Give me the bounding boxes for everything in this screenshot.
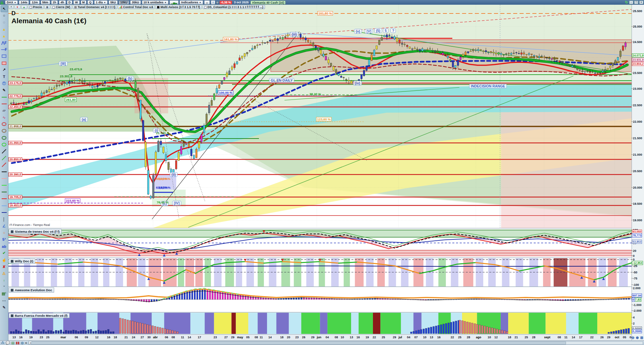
collapse-icon[interactable]: « bbox=[25, 341, 27, 345]
signature-tool[interactable]: ✎ bbox=[1, 304, 8, 311]
refresh-icon[interactable]: ↻ bbox=[625, 0, 628, 5]
checkbox[interactable] bbox=[30, 6, 32, 8]
line-f-tool[interactable]: —F bbox=[1, 46, 8, 53]
panel-header-1[interactable]: Willy Doc (t) bbox=[9, 259, 35, 264]
alarm-tool[interactable]: ▲ bbox=[1, 33, 8, 39]
angle-tool[interactable]: ∠ bbox=[1, 223, 8, 229]
indicators-button[interactable]: Indicadores ▼ bbox=[180, 0, 203, 4]
time-axis[interactable]: 1316192325mar060912161821242730abr060811… bbox=[0, 334, 632, 340]
timeframe-button-Q[interactable]: Q bbox=[87, 0, 93, 4]
price-axis[interactable]: 25.50025.00024.50023.50023.00022.50022.0… bbox=[632, 0, 644, 345]
timeframe-button-W[interactable]: W bbox=[73, 0, 80, 4]
panel-header-0[interactable]: Sistema de trenes Doc v4 (f f) bbox=[9, 229, 62, 234]
period-dropdown[interactable]: 1 día ▼ bbox=[94, 0, 108, 4]
report-icon[interactable]: ▤ bbox=[11, 341, 14, 345]
chat-icon[interactable]: 💬 bbox=[6, 341, 10, 345]
share-icon[interactable]: ⁂ bbox=[1, 341, 4, 345]
legend-item-precio[interactable]: Precio bbox=[28, 5, 44, 9]
pointer-tool[interactable]: ↖ bbox=[1, 5, 8, 12]
list-icon[interactable]: ≣ bbox=[44, 5, 50, 9]
checkbox[interactable] bbox=[52, 6, 55, 8]
dots-tool[interactable]: ⋯ bbox=[1, 297, 8, 304]
check-tool[interactable]: ✔ bbox=[1, 250, 8, 257]
seg-green-tool[interactable] bbox=[1, 93, 8, 100]
ruler-tool[interactable]: ▱ bbox=[1, 107, 8, 114]
panel-svg-0[interactable] bbox=[0, 229, 632, 258]
text-tool[interactable]: T bbox=[1, 73, 8, 80]
restore-button[interactable]: ❐ bbox=[634, 1, 638, 4]
more-caret-button[interactable]: ⌄ bbox=[204, 0, 210, 4]
timeframe-button-56m[interactable]: 56m bbox=[41, 0, 50, 4]
bars-icon[interactable]: ▮▮ bbox=[16, 341, 20, 345]
legend-item-ds_cotashist[interactable]: DS_CotasHist (1 t t t 3 1 1 t f f f f f … bbox=[202, 5, 265, 9]
legend-item-cierre[interactable]: Cierre (W) bbox=[51, 5, 72, 9]
panel-svg-3[interactable] bbox=[0, 313, 632, 334]
timeframe-button-M[interactable]: M bbox=[81, 0, 87, 4]
units-dropdown[interactable]: 10 k unidades ▼ bbox=[142, 0, 168, 4]
checkbox[interactable] bbox=[204, 6, 206, 8]
rect-blue-tool[interactable] bbox=[1, 53, 8, 60]
warning-tool[interactable]: ⚠ bbox=[1, 270, 8, 277]
circle-orange-tool[interactable]: ○ bbox=[1, 229, 8, 236]
timeframe-button-12m[interactable]: 12m bbox=[30, 0, 39, 4]
pencil-tool[interactable]: ✎ bbox=[1, 87, 8, 93]
zoom-tool[interactable]: ○ bbox=[1, 12, 8, 19]
seg-red-tool[interactable] bbox=[1, 101, 8, 107]
panel-svg-1[interactable] bbox=[0, 258, 632, 287]
panel-svg-2[interactable] bbox=[0, 287, 632, 312]
hline-lime-tool[interactable] bbox=[1, 182, 8, 189]
ellipse-red-tool[interactable] bbox=[1, 121, 8, 127]
doc-badge-tool[interactable]: ▤¹ bbox=[1, 291, 8, 297]
hline-red-tool[interactable] bbox=[1, 195, 8, 202]
close-button[interactable]: ✕ bbox=[639, 1, 643, 4]
timeframe-button-D[interactable]: D bbox=[67, 0, 73, 4]
hline-black-tool[interactable] bbox=[1, 168, 8, 175]
vline-tool[interactable]: │ bbox=[1, 216, 8, 223]
unit-button-5kU[interactable]: 5kU bbox=[109, 0, 118, 4]
zoom-area-tool[interactable]: ◌ bbox=[1, 19, 8, 26]
h-scrollbar[interactable]: ‹ bbox=[28, 341, 643, 345]
unit-button-10kU[interactable]: 10kU bbox=[119, 0, 129, 4]
hline-darkgreen-tool[interactable] bbox=[1, 189, 8, 195]
diag-black-tool[interactable] bbox=[1, 148, 8, 155]
diag-red-tool[interactable] bbox=[1, 161, 8, 168]
chevron-down-tool[interactable]: ˇ bbox=[1, 284, 8, 291]
abc-label-tool[interactable]: ab bbox=[1, 243, 8, 250]
arrow-down-red[interactable]: ▼ bbox=[14, 5, 21, 9]
ellipse-brown-tool[interactable] bbox=[1, 127, 8, 134]
legend-item-7[interactable]: Control Total Doc v.6 bbox=[118, 5, 155, 9]
web-icon[interactable]: ◍ bbox=[21, 341, 24, 345]
panel-header-2[interactable]: Awesome Evolution Doc bbox=[9, 288, 54, 293]
arrow-up-tool[interactable]: ↑ bbox=[1, 277, 8, 284]
zoom-in-button[interactable]: ⊕ bbox=[636, 336, 639, 340]
ellipse-green-tool[interactable] bbox=[1, 135, 8, 141]
arrow-up-green[interactable]: ▲ bbox=[21, 5, 27, 9]
unit-button-35kU[interactable]: 35kU bbox=[130, 0, 141, 4]
symbol-selector[interactable]: DAX ▼ bbox=[5, 0, 18, 4]
timeframe-button-144s[interactable]: 144s bbox=[19, 0, 29, 4]
elliott-count-tool[interactable]: 5³ bbox=[1, 236, 8, 243]
x-mark-tool[interactable]: ✘ bbox=[1, 263, 8, 270]
info-button[interactable]: i bbox=[211, 0, 215, 4]
columns-button[interactable]: ⊞ bbox=[640, 336, 643, 340]
hline-pink-tool[interactable] bbox=[1, 175, 8, 182]
legend-item-0[interactable]: ^ bbox=[9, 5, 14, 9]
thumb-up-tool[interactable]: ☝ bbox=[1, 257, 8, 263]
panel-header-3[interactable]: Barra Fuerza Fondo Mercado v4 (f) bbox=[9, 313, 70, 318]
timeframe-button-1h[interactable]: 1h bbox=[51, 0, 58, 4]
legend-item-8[interactable]: Multi Avisos (3 f 3 1.5 70 f f) bbox=[155, 5, 201, 9]
diag-green-tool[interactable] bbox=[1, 155, 8, 161]
chart-area[interactable]: [III](a)(b)(iii)(v)[V](5)5?(i)(ii)(c)[IV… bbox=[0, 0, 632, 345]
trend-arrow-tool[interactable]: ↗ bbox=[1, 67, 8, 73]
pattern-tool[interactable]: ∿ bbox=[1, 114, 8, 121]
ellipse-lime-tool[interactable] bbox=[1, 141, 8, 148]
hline-lightblue-tool[interactable] bbox=[1, 202, 8, 209]
zoom-out-button[interactable]: ⊖ bbox=[631, 336, 634, 340]
timeframe-button-4h[interactable]: 4h bbox=[59, 0, 66, 4]
alarm-edit-tool[interactable]: ▲ bbox=[1, 26, 8, 33]
fib-tool[interactable]: ⋀F bbox=[1, 39, 8, 46]
minimize-button[interactable]: – bbox=[629, 1, 633, 4]
chart-type-icon[interactable]: ▁▄▂ bbox=[169, 0, 179, 4]
rect-red-tool[interactable] bbox=[1, 60, 8, 67]
scrollbar-thumb[interactable] bbox=[31, 342, 566, 344]
